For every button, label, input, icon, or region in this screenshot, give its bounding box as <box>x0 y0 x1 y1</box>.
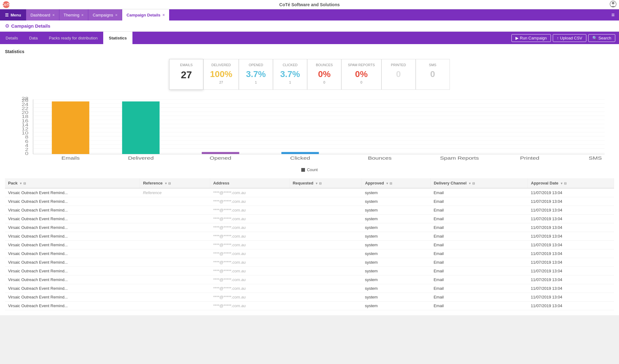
table-row: Virsaic Outreach Event Remind... ****@**… <box>5 197 614 206</box>
stat-card-clicked: CLICKED 3.7% 1 <box>273 59 307 90</box>
statistics-chart: 0 2 4 6 8 10 12 14 16 18 20 22 24 26 28 … <box>5 96 614 164</box>
nav-tab-campaign-details[interactable]: Campaign Details ✕ <box>122 9 169 20</box>
cell-reference <box>140 215 210 223</box>
svg-text:CoTe: CoTe <box>2 2 10 7</box>
app-title: CoTé Software and Solutions <box>279 2 340 7</box>
nav-tab-campaigns-label: Campaigns <box>93 13 113 17</box>
filter-icon-requested[interactable]: ▼ ⊟ <box>315 182 321 185</box>
page-title: Campaign Details <box>11 23 50 29</box>
cell-approval-date: 11/07/2019 13:04 <box>528 241 614 249</box>
stat-label-spam: SPAM REPORTS <box>348 63 375 67</box>
main-content: Statistics EMAILS 27 DELIVERED 100% 27 O… <box>0 44 619 315</box>
table-row: Virsaic Outreach Event Remind... ****@**… <box>5 258 614 267</box>
hamburger-icon[interactable]: ≡ <box>607 12 619 18</box>
cell-requested <box>289 206 362 215</box>
cell-address: ****@*****.com.au <box>210 284 289 293</box>
cell-reference <box>140 223 210 232</box>
nav-tab-dashboard-close[interactable]: ✕ <box>52 13 55 17</box>
table-row: Virsaic Outreach Event Remind... ****@**… <box>5 215 614 223</box>
cell-delivery-channel: Email <box>431 258 528 267</box>
cell-approved: system <box>362 197 431 206</box>
nav-bar: ☰ Menu Dashboard ✕ Theming ✕ Campaigns ✕… <box>0 9 619 20</box>
nav-tab-campaign-details-label: Campaign Details <box>127 13 160 17</box>
svg-text:Bounces: Bounces <box>368 155 391 161</box>
menu-button[interactable]: ☰ Menu <box>0 9 26 20</box>
cell-address: ****@*****.com.au <box>210 241 289 249</box>
stat-sub-sms <box>422 80 443 84</box>
cell-pack: Virsaic Outreach Event Remind... <box>5 302 140 310</box>
app-logo: CoTe <box>2 1 10 8</box>
stat-card-printed: PRINTED 0 <box>381 59 416 90</box>
cell-approval-date: 11/07/2019 13:04 <box>528 284 614 293</box>
tab-data[interactable]: Data <box>24 32 43 44</box>
col-pack: Pack ▼ ⊟ <box>5 178 140 188</box>
cell-approved: system <box>362 267 431 275</box>
upload-csv-button[interactable]: ↑ Upload CSV <box>553 34 586 42</box>
cell-pack: Virsaic Outreach Event Remind... <box>5 188 140 197</box>
content-tabs-actions: ▶ Run Campaign ↑ Upload CSV 🔍 Search <box>511 34 619 42</box>
filter-icon-pack[interactable]: ▼ ⊟ <box>19 182 26 185</box>
nav-tab-dashboard[interactable]: Dashboard ✕ <box>26 9 59 20</box>
nav-tab-theming[interactable]: Theming ✕ <box>59 9 89 20</box>
svg-text:Spam Reports: Spam Reports <box>440 155 479 161</box>
chart-svg: 0 2 4 6 8 10 12 14 16 18 20 22 24 26 28 … <box>5 96 614 164</box>
tab-packs[interactable]: Packs ready for distribution <box>43 32 103 44</box>
cell-reference <box>140 284 210 293</box>
bar-clicked <box>281 152 319 154</box>
table-row: Virsaic Outreach Event Remind... ****@**… <box>5 223 614 232</box>
nav-tab-theming-label: Theming <box>64 13 80 17</box>
col-reference: Reference ▼ ⊟ <box>140 178 210 188</box>
stat-sub-bounces: 0 <box>314 80 335 84</box>
tab-details[interactable]: Details <box>0 32 24 44</box>
cell-address: ****@*****.com.au <box>210 267 289 275</box>
cell-approval-date: 11/07/2019 13:04 <box>528 215 614 223</box>
nav-tab-campaign-details-close[interactable]: ✕ <box>162 13 165 17</box>
cell-approval-date: 11/07/2019 13:04 <box>528 267 614 275</box>
cell-approved: system <box>362 206 431 215</box>
tab-statistics[interactable]: Statistics <box>103 32 132 44</box>
cell-address: ****@*****.com.au <box>210 293 289 302</box>
nav-tab-campaigns-close[interactable]: ✕ <box>115 13 118 17</box>
cell-pack: Virsaic Outreach Event Remind... <box>5 293 140 302</box>
cell-delivery-channel: Email <box>431 267 528 275</box>
nav-tab-campaigns[interactable]: Campaigns ✕ <box>88 9 122 20</box>
table-body: Virsaic Outreach Event Remind... Referen… <box>5 188 614 310</box>
filter-icon-approval-date[interactable]: ▼ ⊟ <box>560 182 567 185</box>
table-header: Pack ▼ ⊟ Reference ▼ ⊟ Address Requested… <box>5 178 614 188</box>
nav-tab-theming-close[interactable]: ✕ <box>81 13 84 17</box>
cell-reference <box>140 302 210 310</box>
filter-icon-delivery-channel[interactable]: ▼ ⊟ <box>468 182 475 185</box>
cell-approved: system <box>362 284 431 293</box>
table-row: Virsaic Outreach Event Remind... ****@**… <box>5 206 614 215</box>
stat-label-delivered: DELIVERED <box>210 63 232 67</box>
cell-approved: system <box>362 302 431 310</box>
cell-pack: Virsaic Outreach Event Remind... <box>5 241 140 249</box>
run-campaign-label: Run Campaign <box>520 36 547 40</box>
svg-point-3 <box>612 2 614 4</box>
cell-reference <box>140 275 210 284</box>
cell-approved: system <box>362 232 431 241</box>
cell-delivery-channel: Email <box>431 206 528 215</box>
cell-address: ****@*****.com.au <box>210 215 289 223</box>
bar-opened <box>202 152 239 154</box>
cell-reference <box>140 232 210 241</box>
table-row: Virsaic Outreach Event Remind... Referen… <box>5 188 614 197</box>
legend-label-count: Count <box>307 167 318 172</box>
cell-approved: system <box>362 293 431 302</box>
cell-approval-date: 11/07/2019 13:04 <box>528 223 614 232</box>
cell-approved: system <box>362 258 431 267</box>
stat-sub-emails <box>176 82 197 86</box>
user-avatar-icon[interactable] <box>610 1 617 8</box>
stat-sub-clicked: 1 <box>279 80 301 84</box>
cell-approval-date: 11/07/2019 13:04 <box>528 197 614 206</box>
search-button[interactable]: 🔍 Search <box>588 34 615 42</box>
filter-icon-approved[interactable]: ▼ ⊟ <box>386 182 392 185</box>
cell-requested <box>289 267 362 275</box>
cell-approval-date: 11/07/2019 13:04 <box>528 206 614 215</box>
filter-icon-reference[interactable]: ▼ ⊟ <box>164 182 171 185</box>
run-campaign-button[interactable]: ▶ Run Campaign <box>511 34 551 42</box>
upload-csv-icon: ↑ <box>557 36 559 40</box>
cell-address: ****@*****.com.au <box>210 258 289 267</box>
cell-requested <box>289 293 362 302</box>
cell-address: ****@*****.com.au <box>210 249 289 258</box>
